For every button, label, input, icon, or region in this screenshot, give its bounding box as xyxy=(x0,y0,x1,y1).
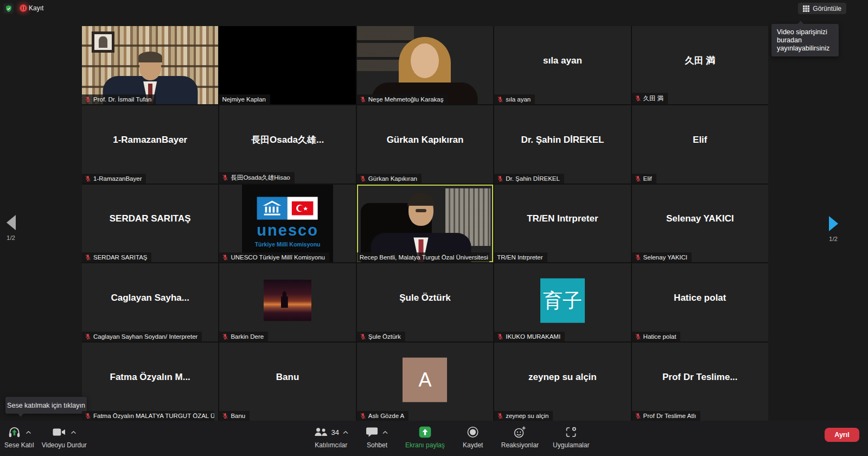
participant-display-name: SERDAR SARITAŞ xyxy=(82,185,218,263)
unesco-subtitle: Türkiye Millî Komisyonu xyxy=(255,241,321,248)
chat-button[interactable]: Sohbet xyxy=(363,424,391,449)
video-tile[interactable]: TR/EN IntrpreterTR/EN Intrpreter xyxy=(494,185,630,263)
headphones-join-audio-icon xyxy=(7,425,22,439)
video-order-tooltip-text: Video siparişinizi buradan yayınlayabili… xyxy=(777,28,829,52)
next-page-arrow-icon[interactable] xyxy=(829,216,838,231)
reactions-button[interactable]: Reaksiyonlar xyxy=(501,424,539,449)
mic-muted-icon xyxy=(85,96,91,103)
unesco-emblem-box xyxy=(257,197,288,220)
participant-display-name: Dr. Şahin DİREKEL xyxy=(494,105,630,183)
participant-name-label: Fatma Özyalın MALATYA TURGUT ÖZAL ÜNİVE.… xyxy=(82,411,214,421)
video-tile[interactable]: unescoTürkiye Millî Komisyonu UNESCO Tür… xyxy=(219,185,355,263)
apps-button[interactable]: Uygulamalar xyxy=(553,424,589,449)
video-tile[interactable]: Fatma Özyalın M... Fatma Özyalın MALATYA… xyxy=(82,343,218,421)
participant-display-name: Gürkan Kapıkıran xyxy=(357,105,493,183)
mic-muted-icon xyxy=(635,254,641,261)
participant-name-text: Prof Dr Teslime Atlı xyxy=(643,413,697,419)
mic-muted-icon xyxy=(85,333,91,340)
video-tile[interactable]: Nejmiye Kaplan xyxy=(219,26,355,104)
video-feed xyxy=(357,185,493,263)
video-tile[interactable]: Hatice polat Hatice polat xyxy=(632,263,768,341)
video-tile[interactable]: sıla ayan sıla ayan xyxy=(494,26,630,104)
view-button[interactable]: Görüntüle xyxy=(798,3,846,14)
mic-muted-icon xyxy=(497,96,503,103)
leave-button[interactable]: Ayrıl xyxy=(825,428,859,442)
video-tile[interactable]: zeynep su alçin zeynep su alçin xyxy=(494,343,630,421)
participant-name-label: Caglayan Sayhan Soydan/ Interpreter xyxy=(82,332,202,341)
participant-name-text: Caglayan Sayhan Soydan/ Interpreter xyxy=(93,333,197,340)
participant-name-text: Neşe Mehmetoğlu Karakaş xyxy=(368,96,444,103)
participant-name-label: Prof. Dr. İsmail Tufan xyxy=(82,94,156,104)
recording-label: Kayıt xyxy=(29,4,43,12)
participant-name-text: Barkin Dere xyxy=(231,333,264,340)
video-tile[interactable]: Şule Öztürk Şule Öztürk xyxy=(357,263,493,341)
video-tile[interactable]: SERDAR SARITAŞ SERDAR SARITAŞ xyxy=(82,185,218,263)
video-tile[interactable]: Barkin Dere xyxy=(219,263,355,341)
join-audio-menu-caret[interactable] xyxy=(25,430,31,434)
video-camera-icon xyxy=(52,426,67,438)
video-tile[interactable]: Selenay YAKICI Selenay YAKICI xyxy=(632,185,768,263)
participant-name-text: Elif xyxy=(643,175,652,182)
stop-video-button[interactable]: Videoyu Durdur xyxy=(42,424,87,449)
participant-display-name: Elif xyxy=(632,105,768,183)
share-screen-icon xyxy=(418,425,432,439)
video-tile[interactable]: 久田 満 久田 満 xyxy=(632,26,768,104)
mic-muted-icon xyxy=(360,96,366,103)
participant-name-text: Banu xyxy=(231,413,245,419)
participant-display-name: 1-RamazanBayer xyxy=(82,105,218,183)
participants-menu-caret[interactable] xyxy=(343,430,349,434)
security-shield-icon[interactable] xyxy=(3,3,14,14)
mic-muted-icon xyxy=(222,174,228,181)
share-screen-button[interactable]: Ekranı paylaş xyxy=(405,424,445,449)
participant-name-text: Fatma Özyalın MALATYA TURGUT ÖZAL ÜNİVE.… xyxy=(93,413,214,419)
mic-muted-icon xyxy=(497,175,503,182)
video-tile[interactable]: Prof Dr Teslime... Prof Dr Teslime Atlı xyxy=(632,343,768,421)
video-tile[interactable]: Caglayan Sayha... Caglayan Sayhan Soydan… xyxy=(82,263,218,341)
video-feed xyxy=(82,26,218,104)
join-audio-button[interactable]: Sese Katıl xyxy=(4,424,34,449)
mic-muted-icon xyxy=(85,175,91,182)
video-tile[interactable]: Neşe Mehmetoğlu Karakaş xyxy=(357,26,493,104)
top-bar: Kayıt Görüntüle xyxy=(0,0,868,16)
participant-name-label: Selenay YAKICI xyxy=(632,252,692,262)
participants-button[interactable]: 34 Katılımcılar xyxy=(314,424,349,449)
video-tile[interactable]: A Aslı Gözde A xyxy=(357,343,493,421)
recording-indicator-icon[interactable] xyxy=(20,4,27,12)
participant-name-label: 久田 満 xyxy=(632,93,668,104)
participant-name-text: SERDAR SARITAŞ xyxy=(93,254,147,261)
previous-page-control[interactable]: 1/2 xyxy=(7,215,23,241)
previous-page-arrow-icon[interactable] xyxy=(7,215,16,230)
participant-name-text: Selenay YAKICI xyxy=(643,254,687,261)
person-mustache xyxy=(416,209,426,212)
mic-muted-icon xyxy=(635,333,641,340)
person-hair xyxy=(407,193,435,206)
chat-icon xyxy=(366,426,379,438)
participant-display-name: Şule Öztürk xyxy=(357,263,493,341)
video-feed xyxy=(219,26,355,104)
participant-name-label: Prof Dr Teslime Atlı xyxy=(632,411,701,421)
video-tile[interactable]: Prof. Dr. İsmail Tufan xyxy=(82,26,218,104)
participant-name-label: Recep Bentli, Malatya Turgut Özal Üniver… xyxy=(357,252,489,262)
video-tile[interactable]: 育子 IKUKO MURAKAMI xyxy=(494,263,630,341)
join-audio-label: Sese Katıl xyxy=(4,441,34,449)
video-tile[interactable]: Elif Elif xyxy=(632,105,768,183)
record-button[interactable]: Kaydet xyxy=(459,424,487,449)
video-tile[interactable]: Dr. Şahin DİREKEL Dr. Şahin DİREKEL xyxy=(494,105,630,183)
video-tile[interactable]: Gürkan Kapıkıran Gürkan Kapıkıran xyxy=(357,105,493,183)
chat-menu-caret[interactable] xyxy=(382,430,388,434)
turkish-flag-icon xyxy=(292,201,314,216)
participant-name-label: Elif xyxy=(632,174,656,183)
video-tile[interactable]: Recep Bentli, Malatya Turgut Özal Üniver… xyxy=(357,185,493,263)
video-tile[interactable]: 1-RamazanBayer 1-RamazanBayer xyxy=(82,105,218,183)
participant-name-label: SERDAR SARITAŞ xyxy=(82,252,151,262)
meeting-toolbar: Sese Katıl Videoyu Durdur xyxy=(0,421,868,456)
participants-label: Katılımcılar xyxy=(315,441,347,449)
reactions-smiley-icon xyxy=(513,426,527,439)
next-page-control[interactable]: 1/2 xyxy=(829,216,845,242)
video-tile[interactable]: Banu Banu xyxy=(219,343,355,421)
mic-muted-icon xyxy=(222,254,228,261)
video-tile[interactable]: 長田Osada久雄... 長田Osada久雄Hisao xyxy=(219,105,355,183)
leave-button-label: Ayrıl xyxy=(834,431,849,439)
stop-video-menu-caret[interactable] xyxy=(71,430,76,434)
participant-name-label: 長田Osada久雄Hisao xyxy=(219,172,294,183)
